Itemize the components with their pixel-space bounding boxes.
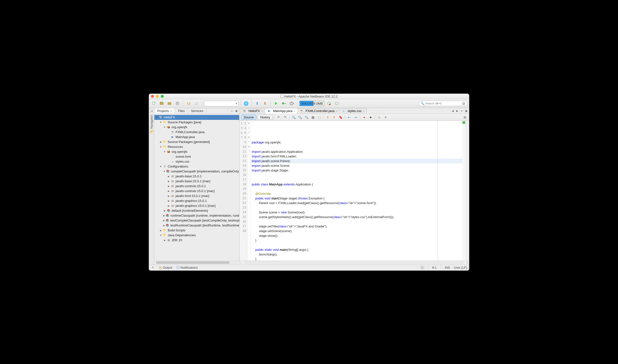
dock-panel-icon[interactable]: ▣ (234, 109, 238, 113)
fold-column[interactable]: ⊟ │ │ ⊟ └ ⊟ └ (247, 121, 251, 261)
notifications-tab[interactable]: ⓘNotifications (176, 265, 198, 270)
redo-button[interactable] (193, 100, 200, 107)
tree-leaf-java[interactable]: ▶MainApp.java (154, 135, 239, 140)
nav-back-icon[interactable]: ↶ (276, 114, 281, 120)
ide-window: HelloFX - Apache NetBeans IDE 12.2 + ▾ 🌐… (149, 94, 469, 271)
minimize-panel-icon[interactable]: ▭ (230, 109, 234, 113)
tree-node[interactable]: 📚default [runtimeElements] (154, 208, 239, 213)
close-editor-icon[interactable]: × (466, 261, 469, 264)
tab-projects[interactable]: Projects× (154, 108, 175, 114)
scroll-tabs-left-icon[interactable]: ◀ (451, 109, 455, 113)
tree-node[interactable]: 📚testCompileClasspath [testCompileOnly, … (154, 218, 239, 223)
error-stripe[interactable] (466, 121, 469, 261)
macro-record-icon[interactable]: ● (362, 114, 367, 120)
editor-tab-fxmlcontroller[interactable]: ☕FXMLController.java× (297, 108, 340, 114)
tree-leaf-dep[interactable]: ▤javafx-controls:15.0.1 [mac] (154, 189, 239, 194)
tree-leaf-dep[interactable]: ▤javafx-graphics:15.0.1 (154, 198, 239, 203)
search-input[interactable] (426, 102, 461, 105)
find-selection-icon[interactable]: 🔍 (291, 114, 296, 120)
history-view-button[interactable]: History (257, 115, 273, 120)
clean-build-button[interactable] (262, 100, 268, 107)
macro-stop-icon[interactable]: ■ (368, 114, 373, 120)
save-all-button[interactable] (174, 100, 181, 107)
profile-button[interactable]: ▾ (288, 100, 295, 107)
shift-left-icon[interactable]: ⇤ (347, 114, 352, 120)
debug-button[interactable]: ▾ (280, 100, 287, 107)
memory-indicator[interactable]: 304.0/539.0MB (299, 101, 324, 106)
undo-button[interactable] (185, 100, 192, 107)
find-next-icon[interactable]: 🔍 (304, 114, 309, 120)
toggle-highlight-icon[interactable]: ▦ (310, 114, 316, 120)
prev-bookmark-icon[interactable]: ⬆ (325, 114, 331, 120)
toggle-bookmark-icon[interactable]: 🔖 (338, 114, 343, 120)
tree-node[interactable]: ⚙Configurations (154, 164, 239, 169)
source-view-button[interactable]: Source (241, 115, 256, 120)
tree-leaf-dep[interactable]: ▤javafx-graphics:15.0.1 [mac] (154, 203, 239, 208)
tree-node[interactable]: 📁Java Dependencies (154, 233, 239, 238)
tab-files[interactable]: Files (175, 108, 188, 114)
tree-leaf-jdk[interactable]: ▦JDK 15 (154, 238, 239, 243)
shift-right-icon[interactable]: ⇥ (353, 114, 358, 120)
tree-leaf-fxml[interactable]: ⬚scene.fxml (154, 154, 239, 159)
tree-leaf-dep[interactable]: ▤javafx-base:15.0.1 (154, 174, 239, 179)
split-editor-icon[interactable]: ⊞ (462, 114, 468, 120)
cube-icon-1[interactable] (325, 100, 332, 107)
panel-hscrollbar[interactable] (154, 261, 239, 265)
tree-node[interactable]: 📁Build Scripts (154, 228, 239, 233)
find-prev-icon[interactable]: 🔍 (297, 114, 303, 120)
open-project-button[interactable] (166, 100, 173, 107)
globe-icon[interactable]: 🌐 (243, 100, 250, 107)
search-box[interactable]: 🔍 ✕ (418, 101, 468, 106)
tab-services[interactable]: Services (188, 108, 206, 114)
close-tab-icon[interactable]: × (363, 110, 364, 112)
project-tree[interactable]: 🐘HelloFX 📁Source Packages [java] 📦org.op… (154, 114, 239, 261)
run-button[interactable] (273, 100, 280, 107)
clear-search-icon[interactable]: ✕ (462, 102, 465, 105)
restore-panel-button[interactable]: ⇲ (150, 109, 154, 113)
close-tab-icon[interactable]: × (170, 109, 172, 112)
tree-leaf-java[interactable]: ☕FXMLController.java (154, 130, 239, 135)
close-tab-icon[interactable]: × (261, 110, 263, 112)
nav-forward-icon[interactable]: ↷ (282, 114, 288, 120)
tree-node[interactable]: 📚testRuntimeClasspath [testRuntime, test… (154, 223, 239, 228)
project-root[interactable]: 🐘HelloFX (154, 115, 239, 120)
new-project-button[interactable] (158, 100, 165, 107)
tree-leaf-dep[interactable]: ▤javafx-fxml:15.0.1 [mac] (154, 194, 239, 198)
line-number-gutter[interactable]: 1 2 3 4 5 6 7 8 9 10 11 12 13 14 15 16 1… (239, 121, 247, 261)
uncomment-icon[interactable]: ≡ (383, 114, 388, 120)
tree-node[interactable]: 📦org.openjfx (154, 125, 239, 130)
code-editor[interactable]: package org.openjfx; import javafx.appli… (251, 121, 462, 261)
tab-list-icon[interactable]: ▾ (460, 109, 464, 113)
tree-node[interactable]: 📁Source Packages [java] (154, 120, 239, 125)
scroll-tabs-right-icon[interactable]: ▶ (455, 109, 459, 113)
tree-leaf-dep[interactable]: ▤javafx-controls:15.0.1 (154, 184, 239, 189)
config-dropdown[interactable]: ▾ (204, 101, 238, 106)
comment-icon[interactable]: ≡ (377, 114, 382, 120)
insert-overwrite-mode[interactable]: INS (445, 266, 450, 269)
tree-leaf-css[interactable]: ≡styles.css (154, 159, 239, 164)
tree-leaf-dep[interactable]: ▤javafx-base:15.0.1 [mac] (154, 179, 239, 184)
tree-node[interactable]: 📁Source Packages [generated] (154, 140, 239, 144)
navigator-tab[interactable]: 🧭 Navigator (150, 115, 153, 134)
line-ending-mode[interactable]: Unix (LF) (454, 266, 467, 269)
maximize-editor-icon[interactable]: ▣ (464, 109, 468, 113)
toggle-rect-sel-icon[interactable]: ⬚ (317, 114, 322, 120)
editor-tab-mainapp[interactable]: ▶MainApp.java× (265, 108, 298, 114)
tree-node[interactable]: 📚runtimeClasspath [runtime, implementati… (154, 213, 239, 218)
cursor-position[interactable]: 9:1 (432, 266, 437, 269)
tree-node[interactable]: 📦org.openjfx (154, 149, 239, 154)
output-tab[interactable]: ▤Output (159, 266, 172, 269)
close-tab-icon[interactable]: × (294, 110, 295, 112)
close-tab-icon[interactable]: × (336, 110, 338, 112)
new-file-button[interactable]: + (150, 100, 157, 107)
editor-tab-hellofx[interactable]: 🐘HelloFX× (240, 108, 265, 114)
tree-node[interactable]: 📁Resources (154, 144, 239, 149)
restore-output-icon[interactable]: ⇱ (151, 266, 155, 269)
cube-icon-2[interactable] (333, 100, 340, 107)
tree-node[interactable]: 📚compileClasspath [implementation, compi… (154, 169, 239, 174)
next-bookmark-icon[interactable]: ⬇ (332, 114, 337, 120)
editor-tab-styles[interactable]: ≡styles.css× (339, 108, 367, 114)
jdk-icon: ▦ (167, 238, 171, 242)
build-button[interactable] (254, 100, 261, 107)
editor-hscrollbar[interactable]: ›× (239, 261, 469, 265)
